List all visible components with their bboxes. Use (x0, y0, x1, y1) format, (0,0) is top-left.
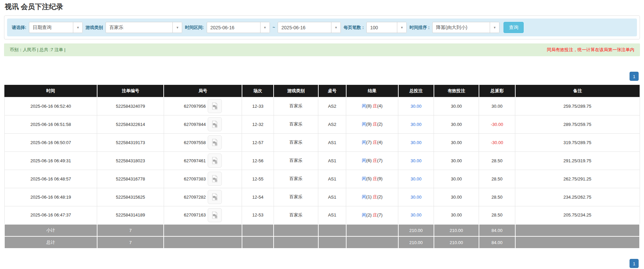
valid-bet-cell: 30.00 (434, 133, 479, 152)
header-total-bet: 总投注 (398, 85, 434, 97)
video-file-icon (211, 138, 219, 146)
result-cell: 闲(6) 庄(7) (346, 152, 398, 170)
valid-bet-notice: 同局有效投注，统一计算在该局第一张注单内 (547, 47, 634, 53)
video-replay-button[interactable] (208, 190, 222, 204)
game-category-cell: 百家乐 (274, 152, 318, 170)
payout-cell: 28.50 (479, 170, 515, 188)
bet-id-cell: 522584319173 (97, 133, 164, 152)
result-player-count: (1) (366, 194, 372, 199)
game-category-value: 百家乐 (106, 22, 172, 33)
total-bet-link[interactable]: 30.00 (410, 158, 421, 163)
result-banker-count: (4) (377, 103, 383, 108)
session-cell: 12-53 (242, 206, 274, 224)
total-bet-link[interactable]: 30.00 (410, 212, 421, 217)
payout-cell: 30.00 (479, 97, 515, 115)
video-replay-button[interactable] (208, 99, 222, 113)
round-id-value: 627097282 (184, 195, 206, 200)
header-round-id: 局号 (164, 85, 242, 97)
query-type-select[interactable]: 日期查询 ▼ (29, 22, 83, 33)
page-1-button[interactable]: 1 (630, 259, 639, 268)
header-session: 场次 (242, 85, 274, 97)
result-banker-count: (2) (377, 194, 383, 199)
page-size-select[interactable]: 100 ▼ (366, 22, 407, 33)
valid-bet-cell: 30.00 (434, 206, 479, 224)
video-file-icon (211, 211, 219, 219)
payout-cell: -30.00 (479, 115, 515, 133)
remark-cell: 205.75/234.25 (515, 206, 640, 224)
total-valid-bet: 210.00 (434, 236, 479, 248)
header-bet-id: 注单编号 (97, 85, 164, 97)
remark-cell: 291.25/319.75 (515, 152, 640, 170)
round-id-value: 627097844 (184, 122, 206, 127)
table-row: 2025-06-16 06:50:07 522584319173 6270975… (4, 133, 640, 152)
result-player: 闲 (362, 194, 366, 199)
time-sort-select[interactable]: 降冪(由大到小) ▼ (432, 22, 499, 33)
total-label: 总计 (4, 236, 97, 248)
bet-id-cell: 522584315625 (97, 188, 164, 206)
game-category-cell: 百家乐 (274, 170, 318, 188)
round-id-cell: 627097558 (164, 133, 242, 152)
bet-time-cell: 2025-06-16 06:48:19 (4, 188, 97, 206)
bet-time-cell: 2025-06-16 06:52:40 (4, 97, 97, 115)
remark-cell: 259.75/289.75 (515, 97, 640, 115)
round-id-cell: 627097461 (164, 152, 242, 170)
payout-value: 28.50 (491, 176, 502, 181)
total-bet-link[interactable]: 30.00 (410, 195, 421, 200)
header-remark: 备注 (515, 85, 640, 97)
total-bet-link[interactable]: 30.00 (410, 140, 421, 145)
bet-time-cell: 2025-06-16 06:49:31 (4, 152, 97, 170)
result-player-count: (8) (366, 103, 372, 108)
result-banker-count: (7) (377, 158, 383, 163)
date-to-select[interactable]: 2025-06-16 ▼ (278, 22, 341, 33)
result-player: 闲 (362, 176, 366, 181)
date-from-select[interactable]: 2025-06-16 ▼ (207, 22, 270, 33)
table-no-cell: AS2 (318, 115, 346, 133)
result-banker: 庄 (373, 158, 377, 163)
page-title: 视讯 会员下注纪录 (4, 1, 640, 15)
result-banker-count: (9) (377, 176, 383, 181)
video-file-icon (211, 120, 219, 128)
result-player-count: (7) (366, 140, 372, 145)
page-1-button[interactable]: 1 (630, 72, 639, 81)
pagination-bottom: 1 (4, 259, 640, 268)
search-button[interactable]: 查询 (504, 22, 524, 33)
chevron-down-icon: ▼ (260, 22, 270, 33)
video-replay-button[interactable] (208, 208, 222, 222)
payout-value: 28.50 (491, 158, 502, 163)
session-cell: 12-55 (242, 170, 274, 188)
session-cell: 12-57 (242, 133, 274, 152)
total-bet-link[interactable]: 30.00 (410, 122, 421, 127)
total-bet-link[interactable]: 30.00 (410, 104, 421, 109)
table-row: 2025-06-16 06:49:31 522584318023 6270974… (4, 152, 640, 170)
game-category-select[interactable]: 百家乐 ▼ (106, 22, 182, 33)
total-bet-link[interactable]: 30.00 (410, 176, 421, 181)
video-replay-button[interactable] (208, 117, 222, 131)
video-replay-button[interactable] (208, 154, 222, 168)
query-type-label: 请选择: (12, 25, 26, 31)
bet-id-cell: 522584314189 (97, 206, 164, 224)
subtotal-label: 小计 (4, 224, 97, 236)
total-bet-cell: 30.00 (398, 188, 434, 206)
result-cell: 闲(2) 庄(7) (346, 206, 398, 224)
remark-cell: 262.75/291.25 (515, 170, 640, 188)
remark-cell: 234.25/262.75 (515, 188, 640, 206)
video-replay-button[interactable] (208, 135, 222, 149)
bet-time-cell: 2025-06-16 06:47:37 (4, 206, 97, 224)
result-player-count: (5) (366, 176, 372, 181)
summary-bar: 币别：人民币 | 总共 :7 注单 | 同局有效投注，统一计算在该局第一张注单内 (4, 43, 640, 56)
round-id-value: 627097163 (184, 212, 206, 217)
result-banker: 庄 (373, 122, 377, 127)
payout-value: 28.50 (491, 195, 502, 200)
video-replay-button[interactable] (208, 172, 222, 186)
payout-cell: 28.50 (479, 206, 515, 224)
table-no-cell: AS1 (318, 170, 346, 188)
bets-table: 时间 注单编号 局号 场次 游戏类别 桌号 结果 总投注 有效投注 总派彩 备注… (4, 85, 640, 249)
result-player-count: (9) (366, 122, 372, 127)
chevron-down-icon: ▼ (73, 22, 82, 33)
valid-bet-cell: 30.00 (434, 97, 479, 115)
game-category-cell: 百家乐 (274, 115, 318, 133)
table-row: 2025-06-16 06:48:19 522584315625 6270972… (4, 188, 640, 206)
payout-value: 28.50 (491, 212, 502, 217)
result-player: 闲 (362, 122, 366, 127)
page-size-label: 每页笔数 : (344, 25, 364, 31)
